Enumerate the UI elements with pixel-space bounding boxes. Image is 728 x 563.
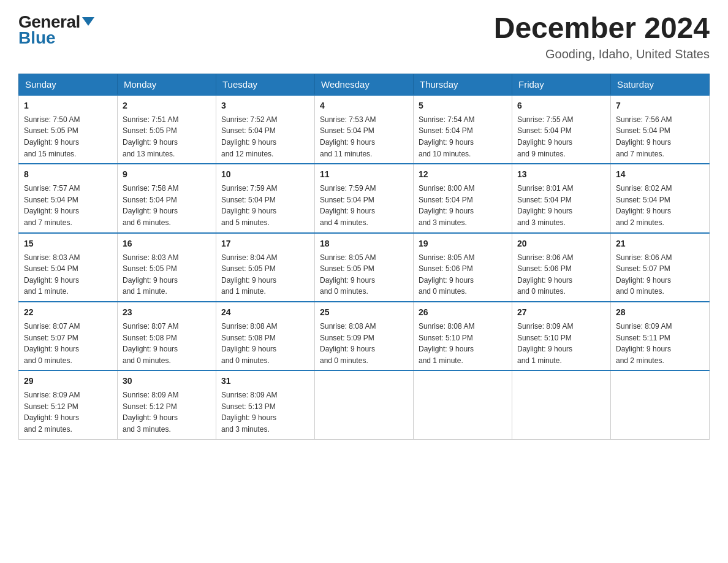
calendar-cell: 15Sunrise: 8:03 AMSunset: 5:04 PMDayligh… [19,233,118,302]
day-info: Sunrise: 7:50 AMSunset: 5:05 PMDaylight:… [24,114,112,159]
week-row-2: 8Sunrise: 7:57 AMSunset: 5:04 PMDaylight… [19,164,710,232]
day-info: Sunrise: 7:59 AMSunset: 5:04 PMDaylight:… [320,183,408,228]
header-wednesday: Wednesday [315,74,414,95]
calendar-cell [315,370,414,439]
day-info: Sunrise: 7:55 AMSunset: 5:04 PMDaylight:… [517,114,605,159]
day-info: Sunrise: 8:09 AMSunset: 5:12 PMDaylight:… [123,389,211,435]
calendar-cell: 28Sunrise: 8:09 AMSunset: 5:11 PMDayligh… [611,302,710,370]
day-number: 27 [517,306,605,319]
day-info: Sunrise: 7:53 AMSunset: 5:04 PMDaylight:… [320,114,408,159]
calendar-table: Sunday Monday Tuesday Wednesday Thursday… [18,74,710,440]
title-section: December 2024 Gooding, Idaho, United Sta… [494,12,710,61]
calendar-cell: 11Sunrise: 7:59 AMSunset: 5:04 PMDayligh… [315,164,414,232]
day-info: Sunrise: 8:06 AMSunset: 5:06 PMDaylight:… [517,252,605,297]
header-tuesday: Tuesday [216,74,315,95]
day-info: Sunrise: 8:03 AMSunset: 5:04 PMDaylight:… [24,252,112,297]
calendar-cell: 3Sunrise: 7:52 AMSunset: 5:04 PMDaylight… [216,95,315,164]
day-number: 10 [221,168,309,181]
calendar-cell: 18Sunrise: 8:05 AMSunset: 5:05 PMDayligh… [315,233,414,302]
day-number: 20 [517,237,605,250]
calendar-cell: 25Sunrise: 8:08 AMSunset: 5:09 PMDayligh… [315,302,414,370]
day-number: 25 [320,306,408,319]
header-sunday: Sunday [19,74,118,95]
calendar-cell: 30Sunrise: 8:09 AMSunset: 5:12 PMDayligh… [118,370,216,439]
day-info: Sunrise: 7:56 AMSunset: 5:04 PMDaylight:… [616,114,704,159]
day-number: 26 [419,306,507,319]
calendar-cell: 2Sunrise: 7:51 AMSunset: 5:05 PMDaylight… [118,95,216,164]
day-number: 2 [123,99,211,112]
day-number: 4 [320,99,408,112]
day-number: 5 [419,99,507,112]
day-number: 24 [221,306,309,319]
day-info: Sunrise: 8:06 AMSunset: 5:07 PMDaylight:… [616,252,704,297]
calendar-cell: 22Sunrise: 8:07 AMSunset: 5:07 PMDayligh… [19,302,118,370]
day-number: 22 [24,306,112,319]
calendar-cell [512,370,611,439]
page-header: General Blue December 2024 Gooding, Idah… [18,12,710,61]
calendar-cell: 21Sunrise: 8:06 AMSunset: 5:07 PMDayligh… [611,233,710,302]
day-info: Sunrise: 8:09 AMSunset: 5:13 PMDaylight:… [221,389,309,435]
day-info: Sunrise: 8:05 AMSunset: 5:06 PMDaylight:… [419,252,507,297]
calendar-cell: 13Sunrise: 8:01 AMSunset: 5:04 PMDayligh… [512,164,611,232]
calendar-cell: 27Sunrise: 8:09 AMSunset: 5:10 PMDayligh… [512,302,611,370]
day-info: Sunrise: 7:59 AMSunset: 5:04 PMDaylight:… [221,183,309,228]
day-number: 21 [616,237,704,250]
day-info: Sunrise: 7:57 AMSunset: 5:04 PMDaylight:… [24,183,112,228]
day-number: 18 [320,237,408,250]
day-number: 19 [419,237,507,250]
calendar-cell: 5Sunrise: 7:54 AMSunset: 5:04 PMDaylight… [414,95,512,164]
day-info: Sunrise: 8:08 AMSunset: 5:09 PMDaylight:… [320,321,408,366]
calendar-cell: 26Sunrise: 8:08 AMSunset: 5:10 PMDayligh… [414,302,512,370]
day-number: 16 [123,237,211,250]
day-number: 29 [24,375,112,388]
calendar-cell: 14Sunrise: 8:02 AMSunset: 5:04 PMDayligh… [611,164,710,232]
logo: General Blue [18,12,94,48]
header-monday: Monday [118,74,216,95]
header-saturday: Saturday [611,74,710,95]
day-number: 11 [320,168,408,181]
day-info: Sunrise: 8:03 AMSunset: 5:05 PMDaylight:… [123,252,211,297]
calendar-cell [414,370,512,439]
day-info: Sunrise: 8:09 AMSunset: 5:12 PMDaylight:… [24,389,112,435]
day-number: 30 [123,375,211,388]
day-number: 28 [616,306,704,319]
day-info: Sunrise: 8:04 AMSunset: 5:05 PMDaylight:… [221,252,309,297]
week-row-3: 15Sunrise: 8:03 AMSunset: 5:04 PMDayligh… [19,233,710,302]
week-row-1: 1Sunrise: 7:50 AMSunset: 5:05 PMDaylight… [19,95,710,164]
calendar-cell: 8Sunrise: 7:57 AMSunset: 5:04 PMDaylight… [19,164,118,232]
day-info: Sunrise: 8:07 AMSunset: 5:07 PMDaylight:… [24,321,112,366]
day-number: 8 [24,168,112,181]
calendar-cell: 9Sunrise: 7:58 AMSunset: 5:04 PMDaylight… [118,164,216,232]
week-row-5: 29Sunrise: 8:09 AMSunset: 5:12 PMDayligh… [19,370,710,439]
day-info: Sunrise: 8:08 AMSunset: 5:08 PMDaylight:… [221,321,309,366]
day-number: 3 [221,99,309,112]
day-info: Sunrise: 7:51 AMSunset: 5:05 PMDaylight:… [123,114,211,159]
day-number: 7 [616,99,704,112]
day-info: Sunrise: 8:02 AMSunset: 5:04 PMDaylight:… [616,183,704,228]
header-friday: Friday [512,74,611,95]
calendar-cell: 7Sunrise: 7:56 AMSunset: 5:04 PMDaylight… [611,95,710,164]
calendar-cell: 1Sunrise: 7:50 AMSunset: 5:05 PMDaylight… [19,95,118,164]
calendar-cell: 20Sunrise: 8:06 AMSunset: 5:06 PMDayligh… [512,233,611,302]
day-header-row: Sunday Monday Tuesday Wednesday Thursday… [19,74,710,95]
day-number: 6 [517,99,605,112]
calendar-cell [611,370,710,439]
day-number: 1 [24,99,112,112]
day-info: Sunrise: 8:09 AMSunset: 5:11 PMDaylight:… [616,321,704,366]
calendar-cell: 16Sunrise: 8:03 AMSunset: 5:05 PMDayligh… [118,233,216,302]
day-number: 15 [24,237,112,250]
week-row-4: 22Sunrise: 8:07 AMSunset: 5:07 PMDayligh… [19,302,710,370]
day-number: 23 [123,306,211,319]
calendar-cell: 4Sunrise: 7:53 AMSunset: 5:04 PMDaylight… [315,95,414,164]
location-subtitle: Gooding, Idaho, United States [494,47,710,61]
day-info: Sunrise: 8:00 AMSunset: 5:04 PMDaylight:… [419,183,507,228]
logo-arrow-icon [82,17,94,26]
day-info: Sunrise: 7:58 AMSunset: 5:04 PMDaylight:… [123,183,211,228]
day-info: Sunrise: 7:54 AMSunset: 5:04 PMDaylight:… [419,114,507,159]
header-thursday: Thursday [414,74,512,95]
month-title: December 2024 [494,12,710,45]
day-info: Sunrise: 8:08 AMSunset: 5:10 PMDaylight:… [419,321,507,366]
day-info: Sunrise: 8:09 AMSunset: 5:10 PMDaylight:… [517,321,605,366]
day-info: Sunrise: 8:01 AMSunset: 5:04 PMDaylight:… [517,183,605,228]
day-number: 9 [123,168,211,181]
